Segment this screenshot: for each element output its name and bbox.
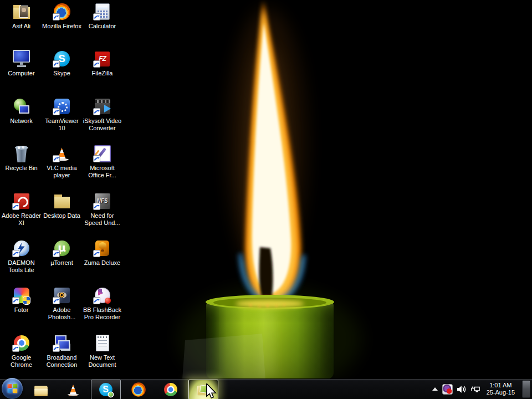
- desktop-icon-iskysoft-video-converter[interactable]: iSkysoft Video Converter: [82, 97, 122, 144]
- folder-open-icon: [196, 381, 212, 397]
- desktop-icon-label: Asif Ali: [12, 23, 30, 30]
- desktop-icon-label: DAEMON Tools Lite: [1, 259, 42, 274]
- taskbar-button-mozilla-firefox[interactable]: [122, 380, 155, 399]
- network-icon: [12, 97, 31, 116]
- zuma-icon: [93, 239, 112, 258]
- adobe-reader-icon: [12, 192, 31, 211]
- shortcut-arrow-icon: [12, 203, 19, 210]
- desktop-icon-adobe-reader-xi[interactable]: Adobe Reader XI: [1, 192, 42, 239]
- photoshop-album-icon: [53, 286, 71, 305]
- desktop-icon-skype[interactable]: Skype: [42, 49, 82, 96]
- skype-icon: [53, 49, 71, 68]
- shortcut-arrow-icon: [93, 250, 100, 257]
- volume-icon[interactable]: [457, 385, 467, 393]
- desktop-icon-label: FileZilla: [92, 70, 113, 77]
- desktop-icon-label: Microsoft Office Fr...: [82, 165, 122, 179]
- desktop-icon-label: µTorrent: [50, 259, 73, 267]
- desktop-icon-label: Skype: [53, 70, 70, 77]
- taskbar-button-vlc-media-player[interactable]: [57, 380, 89, 399]
- desktop-icon-calculator[interactable]: Calculator: [82, 2, 122, 49]
- desktop-icon-desktop-data[interactable]: Desktop Data: [42, 192, 82, 239]
- desktop-icon-label: Mozilla Firefox: [42, 23, 81, 30]
- desktop-icon-filezilla[interactable]: FileZilla: [82, 49, 122, 96]
- vlc-icon: [53, 144, 71, 163]
- iskysoft-icon: [93, 97, 112, 116]
- network-icon[interactable]: [470, 385, 480, 393]
- textdoc-icon: [93, 334, 112, 352]
- nfs-icon: [93, 192, 112, 211]
- desktop-icon-label: iSkysoft Video Converter: [82, 117, 122, 132]
- taskbar-button-windows-explorer[interactable]: [25, 380, 57, 399]
- shortcut-arrow-icon: [53, 250, 60, 257]
- taskbar-buttons: [24, 379, 220, 399]
- start-button[interactable]: [2, 378, 23, 399]
- teamviewer-icon: [53, 97, 71, 116]
- shortcut-arrow-icon: [12, 297, 19, 304]
- bb-flashback-tray-icon[interactable]: [442, 384, 453, 395]
- shortcut-arrow-icon: [93, 13, 100, 21]
- shortcut-arrow-icon: [53, 108, 60, 115]
- desktop-icon-need-for-speed-und[interactable]: Need for Speed Und...: [82, 192, 122, 239]
- skype-icon: [98, 381, 114, 397]
- bbflashback-icon: [93, 286, 112, 305]
- shortcut-arrow-icon: [93, 297, 100, 304]
- desktop-icon-google-chrome[interactable]: Google Chrome: [1, 334, 42, 381]
- shortcut-arrow-icon: [53, 13, 60, 21]
- desktop-icon-label: Need for Speed Und...: [82, 212, 122, 227]
- desktop-icon-teamviewer-10[interactable]: TeamViewer 10: [42, 97, 82, 144]
- desktop-icon-mozilla-firefox[interactable]: Mozilla Firefox: [42, 2, 82, 49]
- shortcut-arrow-icon: [93, 203, 100, 210]
- desktop-icon-label: Zuma Deluxe: [84, 259, 120, 267]
- shortcut-arrow-icon: [12, 250, 19, 257]
- desktop-icon-torrent[interactable]: µTorrent: [42, 239, 82, 286]
- desktop-icon-label: Computer: [8, 70, 34, 77]
- desktop-icon-zuma-deluxe[interactable]: Zuma Deluxe: [82, 239, 122, 286]
- taskbar-clock[interactable]: 1:01 AM 25-Aug-15: [487, 382, 515, 396]
- fotor-icon: [12, 286, 31, 305]
- desktop-icon-fotor[interactable]: Fotor: [1, 286, 42, 333]
- taskbar-button-skype[interactable]: [91, 380, 121, 399]
- user-folder-icon: [12, 2, 31, 21]
- taskbar-button-folder-window[interactable]: [188, 380, 218, 399]
- desktop-icon-recycle-bin[interactable]: Recycle Bin: [1, 144, 42, 191]
- show-desktop-button[interactable]: [522, 380, 530, 398]
- desktop-icon-label: Desktop Data: [43, 212, 80, 219]
- desktop-icon-microsoft-office-fr[interactable]: Microsoft Office Fr...: [82, 144, 122, 191]
- desktop-icon-vlc-media-player[interactable]: VLC media player: [42, 144, 82, 191]
- desktop-icon-computer[interactable]: Computer: [1, 49, 42, 96]
- taskbar: 1:01 AM 25-Aug-15: [0, 378, 532, 399]
- desktop-icon-new-text-document[interactable]: New Text Document: [82, 334, 122, 381]
- msoffice-icon: [93, 144, 112, 163]
- folder-icon: [53, 192, 71, 211]
- desktop-icon-label: Adobe Photosh...: [42, 306, 82, 321]
- desktop-icon-label: VLC media player: [42, 165, 82, 179]
- desktop-icon-label: Fotor: [14, 306, 29, 314]
- desktop-icon-label: Recycle Bin: [5, 165, 37, 172]
- clock-date: 25-Aug-15: [487, 389, 515, 396]
- broadband-icon: [53, 334, 71, 352]
- shortcut-arrow-icon: [53, 155, 60, 162]
- desktop-icon-adobe-photosh[interactable]: Adobe Photosh...: [42, 286, 82, 333]
- desktop-icon-label: Adobe Reader XI: [1, 212, 42, 227]
- shortcut-arrow-icon: [93, 60, 100, 68]
- shortcut-arrow-icon: [93, 155, 100, 162]
- utorrent-icon: [53, 239, 71, 258]
- show-hidden-icons-button[interactable]: [432, 387, 438, 391]
- shortcut-arrow-icon: [53, 345, 60, 352]
- vlc-icon: [65, 381, 81, 397]
- clock-time: 1:01 AM: [487, 382, 515, 389]
- desktop-icon-broadband-connection[interactable]: Broadband Connection: [42, 334, 82, 381]
- desktop-icon-label: BB FlashBack Pro Recorder: [82, 306, 122, 321]
- desktop-icon-label: Calculator: [89, 23, 116, 30]
- desktop-icon-network[interactable]: Network: [1, 97, 42, 144]
- desktop-icon-bb-flashback-pro-recorder[interactable]: BB FlashBack Pro Recorder: [82, 286, 122, 333]
- shortcut-arrow-icon: [53, 297, 60, 304]
- desktop-icon-asif-ali[interactable]: Asif Ali: [1, 2, 42, 49]
- shortcut-arrow-icon: [53, 60, 60, 68]
- firefox-icon: [131, 381, 147, 397]
- windows-desktop: Asif AliComputerNetworkRecycle BinAdobe …: [0, 0, 532, 399]
- chrome-icon: [12, 334, 31, 352]
- taskbar-button-google-chrome[interactable]: [155, 380, 187, 399]
- desktop-icon-label: TeamViewer 10: [42, 117, 82, 132]
- desktop-icon-daemon-tools-lite[interactable]: DAEMON Tools Lite: [1, 239, 42, 286]
